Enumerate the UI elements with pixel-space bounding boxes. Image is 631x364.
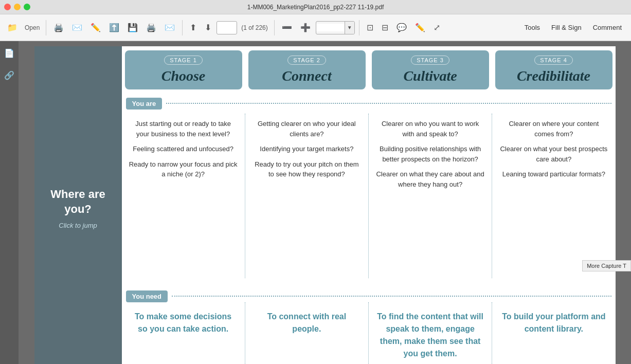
separator-3 bbox=[274, 20, 275, 35]
stage-2-num: STAGE 2 bbox=[287, 56, 326, 65]
stage-1-header: STAGE 1 Choose bbox=[125, 50, 242, 89]
stage-1-bullet-2: Feeling scattered and unfocused? bbox=[129, 144, 238, 154]
stage-3-bullet-1: Clearer on who you want to work with and… bbox=[376, 119, 484, 139]
maximize-button[interactable] bbox=[24, 4, 30, 10]
separator-1 bbox=[46, 20, 46, 35]
stage-1-num: STAGE 1 bbox=[164, 56, 203, 65]
dotted-line-1 bbox=[166, 103, 611, 104]
stage-3-name: Cultivate bbox=[403, 68, 457, 84]
fit-page-button[interactable]: ⊡ bbox=[364, 21, 376, 34]
stage-2-bullet-3: Ready to try out your pitch on them to s… bbox=[253, 159, 361, 179]
page-info: (1 of 226) bbox=[241, 24, 267, 31]
stage-4-bullet-1: Clearer on where your content comes from… bbox=[499, 119, 608, 139]
you-need-row: You need bbox=[122, 290, 616, 302]
edit-button[interactable]: ✏️ bbox=[87, 21, 104, 34]
stage-2-bullet-1: Getting clearer on who your ideal client… bbox=[253, 119, 361, 139]
you-are-label: You are bbox=[126, 98, 163, 110]
stage-4-name: Credibilitate bbox=[517, 68, 590, 84]
stage-2-need: To connect with real people. bbox=[245, 302, 369, 364]
stage-1-bullet-1: Just starting out or ready to take your … bbox=[129, 119, 238, 139]
next-page-button[interactable]: ⬇ bbox=[202, 21, 214, 34]
stage-1-content: Just starting out or ready to take your … bbox=[122, 114, 245, 278]
sidebar: 📄 🔗 bbox=[0, 41, 19, 364]
table-area: STAGE 1 Choose STAGE 2 Connect STAGE 3 C… bbox=[122, 46, 616, 364]
stage-3-header: STAGE 3 Cultivate bbox=[372, 50, 489, 89]
left-nav-subtitle: Click to jump bbox=[59, 222, 97, 229]
save-button[interactable]: 💾 bbox=[124, 21, 141, 34]
expand-button[interactable]: ⤢ bbox=[430, 21, 443, 34]
separator-4 bbox=[359, 20, 359, 35]
stage-3-bullet-3: Clearer on what they care about and wher… bbox=[376, 169, 484, 189]
stage-3-bullet-2: Building positive relationships with bet… bbox=[376, 144, 484, 164]
stage-2-bullet-2: Identifying your target markets? bbox=[253, 144, 361, 154]
stage-4-bullet-2: Clearer on what your best prospects care… bbox=[499, 144, 608, 164]
left-nav[interactable]: Where are you? Click to jump bbox=[34, 46, 122, 364]
main-area: 📄 🔗 Where are you? Click to jump STAGE 1… bbox=[0, 41, 631, 364]
page-icon[interactable]: 📄 bbox=[2, 46, 16, 60]
zoom-input[interactable]: 52.4% bbox=[316, 24, 345, 31]
minimize-button[interactable] bbox=[14, 4, 21, 10]
toolbar-right: Tools Fill & Sign Comment bbox=[519, 22, 627, 33]
upload-button[interactable]: ⬆️ bbox=[106, 21, 122, 34]
content-columns: Just starting out or ready to take your … bbox=[122, 110, 616, 282]
stage-1-need: To make some decisions so you can take a… bbox=[122, 302, 245, 364]
close-button[interactable] bbox=[4, 4, 11, 10]
pdf-page: Where are you? Click to jump STAGE 1 Cho… bbox=[34, 46, 616, 364]
stage-2-content: Getting clearer on who your ideal client… bbox=[245, 114, 369, 278]
window-controls bbox=[4, 4, 30, 10]
zoom-control[interactable]: 52.4% ▼ bbox=[316, 21, 355, 34]
need-columns: To make some decisions so you can take a… bbox=[122, 302, 616, 364]
toolbar: 📁 Open 🖨️ ✉️ ✏️ ⬆️ 💾 🖨️ ✉️ ⬆ ⬇ 2 (1 of 2… bbox=[0, 14, 631, 41]
print-button[interactable]: 🖨️ bbox=[50, 21, 67, 34]
page-input[interactable]: 2 bbox=[217, 21, 237, 34]
print2-button[interactable]: 🖨️ bbox=[143, 21, 159, 34]
link-icon[interactable]: 🔗 bbox=[2, 68, 16, 82]
more-capture-tooltip: More Capture T bbox=[582, 260, 631, 271]
prev-page-button[interactable]: ⬆ bbox=[187, 21, 200, 34]
open-label: Open bbox=[25, 24, 40, 31]
fit-width-button[interactable]: ⊟ bbox=[378, 21, 391, 34]
stage-4-header: STAGE 4 Credibilitate bbox=[495, 50, 612, 89]
comment-icon-button[interactable]: 💬 bbox=[393, 21, 410, 34]
tools-button[interactable]: Tools bbox=[519, 22, 545, 33]
stage-3-content: Clearer on who you want to work with and… bbox=[369, 114, 492, 278]
zoom-out-button[interactable]: ➖ bbox=[279, 21, 295, 34]
mail2-button[interactable]: ✉️ bbox=[161, 21, 178, 34]
left-nav-title: Where are you? bbox=[45, 187, 112, 216]
stage-1-bullet-3: Ready to narrow your focus and pick a ni… bbox=[129, 159, 238, 179]
email-button[interactable]: ✉️ bbox=[69, 21, 85, 34]
stage-3-need: To find the content that will speak to t… bbox=[369, 302, 492, 364]
fill-sign-button[interactable]: Fill & Sign bbox=[546, 22, 587, 33]
stage-2-name: Connect bbox=[282, 68, 331, 84]
stage-4-num: STAGE 4 bbox=[534, 56, 573, 65]
window-title: 1-MM006_MarketingPlan2016_pp2-227 11-19.… bbox=[247, 4, 384, 11]
zoom-in-button[interactable]: ➕ bbox=[297, 21, 314, 34]
zoom-dropdown[interactable]: ▼ bbox=[345, 22, 354, 34]
content-area: Where are you? Click to jump STAGE 1 Cho… bbox=[19, 41, 631, 364]
comment-button[interactable]: Comment bbox=[588, 22, 627, 33]
open-button[interactable]: 📁 bbox=[4, 21, 21, 34]
annotation-button[interactable]: ✏️ bbox=[412, 21, 428, 34]
stage-headers: STAGE 1 Choose STAGE 2 Connect STAGE 3 C… bbox=[122, 46, 616, 89]
stage-2-header: STAGE 2 Connect bbox=[248, 50, 366, 89]
you-need-label: You need bbox=[126, 290, 168, 302]
stage-4-content: Clearer on where your content comes from… bbox=[492, 114, 615, 278]
stage-1-name: Choose bbox=[161, 68, 206, 84]
you-are-row: You are bbox=[122, 98, 616, 110]
stage-4-bullet-3: Leaning toward particular formats? bbox=[499, 169, 608, 179]
stage-4-need: To build your platform and content libra… bbox=[492, 302, 615, 364]
title-bar: 1-MM006_MarketingPlan2016_pp2-227 11-19.… bbox=[0, 0, 631, 14]
separator-2 bbox=[182, 20, 183, 35]
stage-3-num: STAGE 3 bbox=[411, 56, 449, 65]
dotted-line-2 bbox=[172, 296, 611, 297]
